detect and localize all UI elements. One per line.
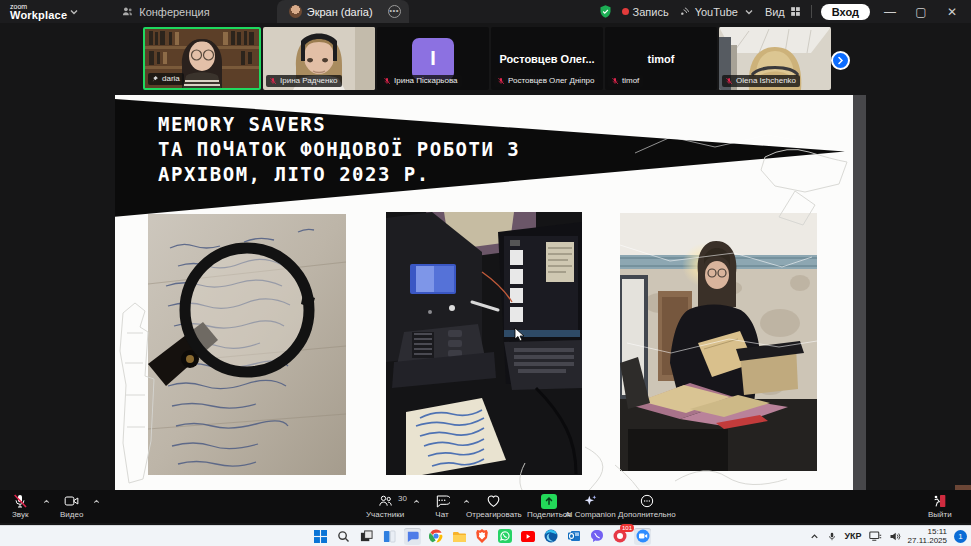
participant-nameplate: Ірина Піскарьова: [380, 75, 462, 87]
taskbar-clock[interactable]: 15:11 27.11.2025: [908, 527, 947, 545]
react-label: Отреагировать: [466, 510, 522, 519]
audio-button[interactable]: Звук: [12, 493, 28, 519]
participants-button[interactable]: Участники 30: [366, 493, 404, 519]
leave-door-icon: [931, 493, 949, 509]
start-button[interactable]: [312, 528, 329, 545]
share-scrollbar[interactable]: [853, 95, 866, 490]
brave-icon[interactable]: [473, 528, 490, 545]
leave-button[interactable]: Выйти: [928, 493, 952, 519]
photo-scanner-workstation: [386, 212, 582, 475]
youtube-live-control[interactable]: YouTube: [678, 5, 756, 19]
more-label: Дополнительно: [618, 510, 676, 519]
outlook-icon[interactable]: [565, 528, 582, 545]
next-participants-button[interactable]: [831, 51, 850, 70]
participants-icon: [377, 493, 394, 509]
participant-nameplate: timof: [608, 75, 643, 87]
mail-unread-icon[interactable]: 101: [611, 528, 628, 545]
participants-count: 30: [398, 494, 407, 503]
login-button[interactable]: Вход: [821, 4, 870, 20]
photo-archivist-room: [620, 213, 817, 471]
chevron-down-icon[interactable]: [67, 5, 81, 19]
windows-taskbar: 101 УКР 15:11 27.11.2025 1: [0, 525, 971, 546]
logo-text-workplace: Workplace: [10, 10, 67, 21]
whatsapp-icon[interactable]: [496, 528, 513, 545]
video-tile-daria[interactable]: daria: [143, 27, 261, 90]
slide-title-line3: АРХІВОМ, ЛІТО 2023 Р.: [158, 162, 520, 187]
network-icon[interactable]: [869, 531, 882, 542]
video-tile-iryna-radchenko[interactable]: Ірина Радченко: [263, 27, 375, 90]
shared-screen-slide: MEMORY SAVERS ТА ПОЧАТОК ФОНДОВОЇ РОБОТИ…: [115, 95, 853, 490]
video-tile-iryna-piskarova[interactable]: І Ірина Піскарьова: [377, 27, 489, 90]
tab-screen-label: Экран (daria): [307, 6, 373, 18]
close-button[interactable]: ✕: [941, 5, 963, 19]
recording-label: Запись: [633, 6, 669, 18]
video-tile-timof[interactable]: timof timof: [605, 27, 717, 90]
chrome-icon[interactable]: [427, 528, 444, 545]
camera-icon: [63, 493, 80, 509]
muted-mic-icon: [497, 77, 505, 85]
language-indicator[interactable]: УКР: [844, 531, 861, 541]
video-tile-rostovtsev[interactable]: Ростовцев Олег... Ростовцев Олег Дніпро: [491, 27, 603, 90]
chat-label: Чат: [435, 510, 448, 519]
chat-button[interactable]: Чат: [434, 493, 450, 519]
participant-nameplate: daria: [148, 73, 184, 85]
chevron-down-icon: [742, 5, 756, 19]
recording-indicator[interactable]: Запись: [622, 6, 669, 18]
view-label: Вид: [765, 6, 785, 18]
view-control[interactable]: Вид: [765, 5, 802, 18]
tray-expand-icon[interactable]: [809, 531, 820, 542]
video-button[interactable]: Видео: [60, 493, 83, 519]
zoom-workplace-logo: zoom Workplace: [10, 3, 67, 21]
react-button[interactable]: Отреагировать: [466, 493, 522, 519]
share-screen-icon: [541, 494, 557, 509]
participant-nameplate: Ірина Радченко: [266, 75, 342, 87]
search-icon[interactable]: [335, 528, 352, 545]
slide-title: MEMORY SAVERS ТА ПОЧАТОК ФОНДОВОЇ РОБОТИ…: [158, 112, 520, 187]
tab-screen-share[interactable]: Экран (daria) •••: [277, 0, 409, 23]
security-shield-icon[interactable]: [598, 4, 613, 19]
slide-title-line2: ТА ПОЧАТОК ФОНДОВОЇ РОБОТИ З: [158, 137, 520, 162]
file-explorer-icon[interactable]: [450, 528, 467, 545]
minimize-button[interactable]: —: [879, 5, 901, 19]
participant-name: Ірина Піскарьова: [394, 76, 458, 85]
chevron-up-icon[interactable]: [412, 497, 421, 506]
unread-badge: 101: [620, 524, 634, 532]
notification-badge[interactable]: 1: [954, 530, 967, 543]
ai-companion-button[interactable]: AI Companion: [565, 493, 616, 519]
tab-options-icon[interactable]: •••: [388, 5, 401, 18]
participant-name: Ростовцев Олег Дніпро: [508, 76, 594, 85]
video-label: Видео: [60, 510, 83, 519]
tab-conference[interactable]: Конференция: [109, 0, 221, 23]
chevron-up-icon[interactable]: [92, 497, 101, 506]
background-window-sliver: [955, 485, 971, 490]
people-icon: [121, 5, 134, 18]
record-dot-icon: [622, 8, 629, 15]
task-view-icon[interactable]: [358, 528, 375, 545]
widgets-icon[interactable]: [381, 528, 398, 545]
maximize-button[interactable]: ▢: [910, 5, 932, 19]
tab-avatar: [289, 5, 302, 18]
zoom-app-icon[interactable]: [634, 528, 651, 545]
chat-icon: [434, 493, 450, 509]
tab-conference-label: Конференция: [139, 6, 209, 18]
mic-muted-icon: [12, 493, 28, 509]
grid-view-icon: [789, 5, 802, 18]
chat-app-icon[interactable]: [404, 528, 421, 545]
participant-name: daria: [162, 74, 180, 83]
video-tile-olena-ishchenko[interactable]: Olena Ishchenko: [719, 27, 831, 90]
meeting-toolbar: Звук Видео Участники 30 Чат: [0, 490, 971, 523]
heart-icon: [485, 493, 502, 509]
volume-icon[interactable]: [889, 531, 901, 542]
youtube-icon[interactable]: [519, 528, 536, 545]
more-button[interactable]: Дополнительно: [618, 493, 676, 519]
participants-label: Участники: [366, 510, 404, 519]
youtube-label: YouTube: [695, 6, 738, 18]
chevron-up-icon[interactable]: [42, 497, 51, 506]
ai-label: AI Companion: [565, 510, 616, 519]
participant-nameplate: Ростовцев Олег Дніпро: [494, 75, 598, 87]
title-bar: zoom Workplace Конференция Экран (daria)…: [0, 0, 971, 23]
tray-mic-icon[interactable]: [827, 531, 837, 542]
edge-icon[interactable]: [542, 528, 559, 545]
muted-mic-icon: [725, 77, 733, 85]
viber-icon[interactable]: [588, 528, 605, 545]
